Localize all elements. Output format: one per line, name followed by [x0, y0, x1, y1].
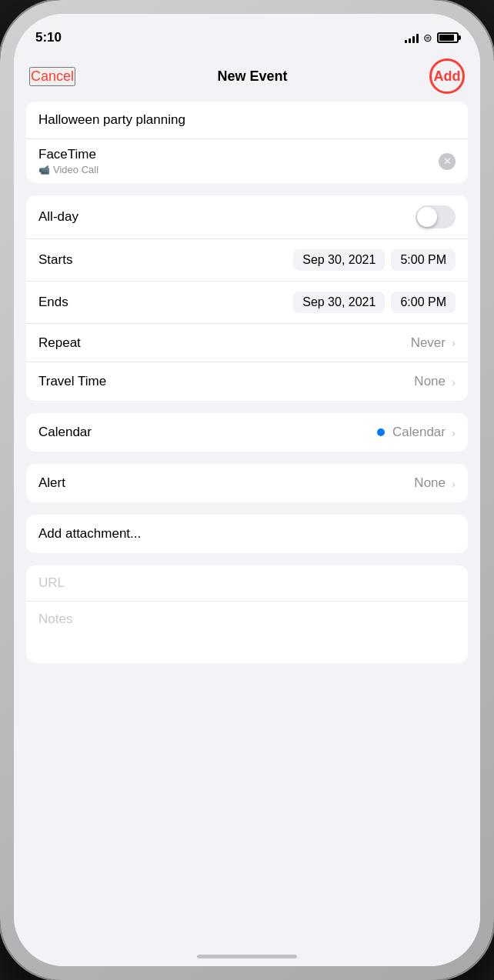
starts-row[interactable]: Starts Sep 30, 2021 5:00 PM — [26, 239, 468, 282]
url-notes-section: URL Notes — [26, 565, 468, 663]
add-attachment-label: Add attachment... — [38, 526, 456, 542]
nav-title: New Event — [218, 68, 288, 85]
nav-bar: Cancel New Event Add — [14, 52, 480, 102]
starts-date[interactable]: Sep 30, 2021 — [293, 249, 385, 271]
travel-time-label: Travel Time — [38, 374, 414, 389]
ends-label: Ends — [38, 295, 287, 310]
allday-row: All-day — [26, 195, 468, 239]
facetime-row[interactable]: FaceTime 📹 Video Call ✕ — [26, 139, 468, 183]
status-bar: 5:10 ⊜ — [14, 14, 480, 52]
repeat-row[interactable]: Repeat Never › — [26, 324, 468, 362]
alert-chevron-icon: › — [452, 477, 456, 490]
phone-screen: 5:10 ⊜ Cancel New Event Add — [14, 14, 480, 966]
alert-section: Alert None › — [26, 464, 468, 502]
calendar-section: Calendar Calendar › — [26, 413, 468, 452]
calendar-value: Calendar › — [377, 425, 456, 440]
home-indicator — [197, 955, 297, 958]
repeat-value: Never › — [411, 335, 456, 351]
notes-placeholder: Notes — [38, 612, 72, 626]
datetime-section: All-day Starts Sep 30, 2021 5:00 PM Ends… — [26, 195, 468, 401]
repeat-label: Repeat — [38, 335, 411, 351]
repeat-chevron-icon: › — [452, 336, 456, 349]
notes-row[interactable]: Notes — [26, 602, 468, 663]
ends-date[interactable]: Sep 30, 2021 — [293, 292, 385, 313]
attachment-section: Add attachment... — [26, 515, 468, 553]
url-placeholder: URL — [38, 575, 65, 590]
status-icons: ⊜ — [405, 32, 459, 44]
url-row[interactable]: URL — [26, 565, 468, 602]
calendar-label: Calendar — [38, 425, 377, 440]
alert-label: Alert — [38, 475, 414, 491]
facetime-subtitle: 📹 Video Call — [38, 164, 98, 175]
ends-row[interactable]: Ends Sep 30, 2021 6:00 PM — [26, 282, 468, 324]
facetime-left: FaceTime 📹 Video Call — [38, 147, 98, 175]
alert-row[interactable]: Alert None › — [26, 464, 468, 502]
allday-toggle[interactable] — [416, 205, 456, 228]
toggle-knob — [417, 207, 437, 227]
travel-time-row[interactable]: Travel Time None › — [26, 362, 468, 401]
travel-time-chevron-icon: › — [452, 375, 456, 388]
event-title-field[interactable]: Halloween party planning — [26, 102, 468, 139]
ends-time[interactable]: 6:00 PM — [391, 292, 456, 313]
calendar-dot-icon — [377, 428, 385, 436]
event-info-section: Halloween party planning FaceTime 📹 Vide… — [26, 102, 468, 183]
facetime-title: FaceTime — [38, 147, 98, 162]
status-time: 5:10 — [35, 30, 62, 45]
travel-time-value: None › — [414, 374, 456, 389]
starts-time[interactable]: 5:00 PM — [391, 249, 456, 271]
calendar-row[interactable]: Calendar Calendar › — [26, 413, 468, 452]
cancel-button[interactable]: Cancel — [29, 67, 75, 86]
signal-icon — [405, 32, 419, 43]
facetime-clear-button[interactable]: ✕ — [439, 153, 456, 170]
add-button[interactable]: Add — [429, 58, 465, 94]
phone-frame: 5:10 ⊜ Cancel New Event Add — [0, 0, 494, 980]
wifi-icon: ⊜ — [423, 32, 432, 44]
alert-value: None › — [414, 475, 456, 491]
starts-label: Starts — [38, 252, 287, 268]
allday-label: All-day — [38, 209, 416, 225]
battery-icon — [437, 32, 459, 43]
add-attachment-row[interactable]: Add attachment... — [26, 515, 468, 553]
video-icon: 📹 — [38, 165, 50, 175]
screen-content: Cancel New Event Add Halloween party pla… — [14, 52, 480, 966]
calendar-chevron-icon: › — [452, 426, 456, 439]
